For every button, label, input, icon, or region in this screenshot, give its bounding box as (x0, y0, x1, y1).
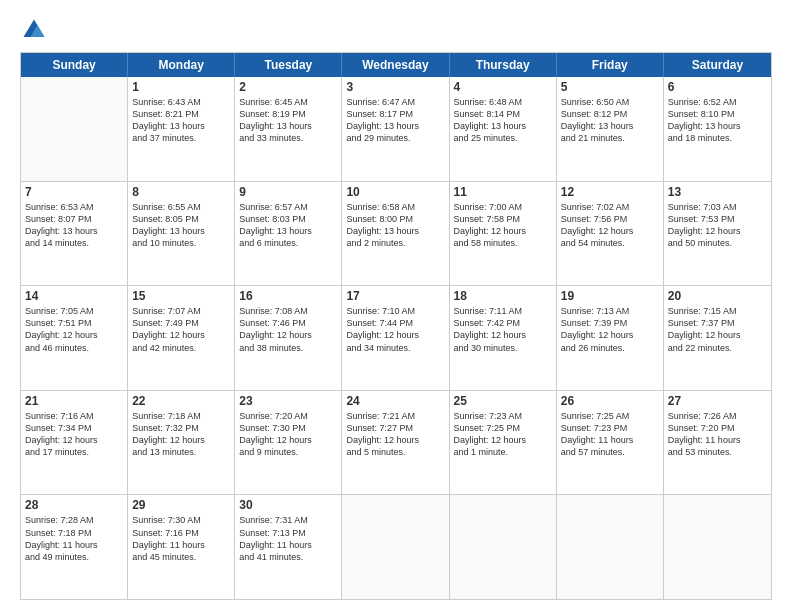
day-number: 21 (25, 394, 123, 408)
day-info: Sunrise: 7:15 AM Sunset: 7:37 PM Dayligh… (668, 305, 767, 354)
day-cell-23: 23Sunrise: 7:20 AM Sunset: 7:30 PM Dayli… (235, 391, 342, 495)
day-number: 17 (346, 289, 444, 303)
day-info: Sunrise: 7:05 AM Sunset: 7:51 PM Dayligh… (25, 305, 123, 354)
week-row-3: 21Sunrise: 7:16 AM Sunset: 7:34 PM Dayli… (21, 391, 771, 496)
day-cell-11: 11Sunrise: 7:00 AM Sunset: 7:58 PM Dayli… (450, 182, 557, 286)
day-number: 4 (454, 80, 552, 94)
calendar-header: SundayMondayTuesdayWednesdayThursdayFrid… (21, 53, 771, 77)
logo (20, 16, 52, 44)
week-row-2: 14Sunrise: 7:05 AM Sunset: 7:51 PM Dayli… (21, 286, 771, 391)
day-number: 27 (668, 394, 767, 408)
day-info: Sunrise: 7:26 AM Sunset: 7:20 PM Dayligh… (668, 410, 767, 459)
day-cell-24: 24Sunrise: 7:21 AM Sunset: 7:27 PM Dayli… (342, 391, 449, 495)
week-row-0: 1Sunrise: 6:43 AM Sunset: 8:21 PM Daylig… (21, 77, 771, 182)
day-number: 30 (239, 498, 337, 512)
empty-cell-0-0 (21, 77, 128, 181)
day-number: 8 (132, 185, 230, 199)
empty-cell-4-5 (557, 495, 664, 599)
day-info: Sunrise: 7:11 AM Sunset: 7:42 PM Dayligh… (454, 305, 552, 354)
day-info: Sunrise: 6:53 AM Sunset: 8:07 PM Dayligh… (25, 201, 123, 250)
day-info: Sunrise: 7:28 AM Sunset: 7:18 PM Dayligh… (25, 514, 123, 563)
logo-icon (20, 16, 48, 44)
day-info: Sunrise: 6:58 AM Sunset: 8:00 PM Dayligh… (346, 201, 444, 250)
day-info: Sunrise: 7:03 AM Sunset: 7:53 PM Dayligh… (668, 201, 767, 250)
day-info: Sunrise: 6:48 AM Sunset: 8:14 PM Dayligh… (454, 96, 552, 145)
day-number: 23 (239, 394, 337, 408)
day-cell-19: 19Sunrise: 7:13 AM Sunset: 7:39 PM Dayli… (557, 286, 664, 390)
header-day-monday: Monday (128, 53, 235, 77)
day-info: Sunrise: 6:57 AM Sunset: 8:03 PM Dayligh… (239, 201, 337, 250)
day-info: Sunrise: 6:50 AM Sunset: 8:12 PM Dayligh… (561, 96, 659, 145)
empty-cell-4-6 (664, 495, 771, 599)
header-day-tuesday: Tuesday (235, 53, 342, 77)
day-number: 14 (25, 289, 123, 303)
day-number: 5 (561, 80, 659, 94)
day-info: Sunrise: 7:08 AM Sunset: 7:46 PM Dayligh… (239, 305, 337, 354)
day-cell-21: 21Sunrise: 7:16 AM Sunset: 7:34 PM Dayli… (21, 391, 128, 495)
day-info: Sunrise: 7:20 AM Sunset: 7:30 PM Dayligh… (239, 410, 337, 459)
day-number: 3 (346, 80, 444, 94)
day-info: Sunrise: 7:10 AM Sunset: 7:44 PM Dayligh… (346, 305, 444, 354)
day-info: Sunrise: 6:55 AM Sunset: 8:05 PM Dayligh… (132, 201, 230, 250)
day-cell-20: 20Sunrise: 7:15 AM Sunset: 7:37 PM Dayli… (664, 286, 771, 390)
day-cell-9: 9Sunrise: 6:57 AM Sunset: 8:03 PM Daylig… (235, 182, 342, 286)
day-info: Sunrise: 6:47 AM Sunset: 8:17 PM Dayligh… (346, 96, 444, 145)
day-info: Sunrise: 7:21 AM Sunset: 7:27 PM Dayligh… (346, 410, 444, 459)
page: SundayMondayTuesdayWednesdayThursdayFrid… (0, 0, 792, 612)
day-cell-25: 25Sunrise: 7:23 AM Sunset: 7:25 PM Dayli… (450, 391, 557, 495)
day-cell-22: 22Sunrise: 7:18 AM Sunset: 7:32 PM Dayli… (128, 391, 235, 495)
day-number: 29 (132, 498, 230, 512)
day-info: Sunrise: 7:30 AM Sunset: 7:16 PM Dayligh… (132, 514, 230, 563)
day-info: Sunrise: 7:07 AM Sunset: 7:49 PM Dayligh… (132, 305, 230, 354)
day-cell-18: 18Sunrise: 7:11 AM Sunset: 7:42 PM Dayli… (450, 286, 557, 390)
header (20, 16, 772, 44)
day-info: Sunrise: 7:23 AM Sunset: 7:25 PM Dayligh… (454, 410, 552, 459)
day-info: Sunrise: 7:16 AM Sunset: 7:34 PM Dayligh… (25, 410, 123, 459)
day-cell-5: 5Sunrise: 6:50 AM Sunset: 8:12 PM Daylig… (557, 77, 664, 181)
day-cell-28: 28Sunrise: 7:28 AM Sunset: 7:18 PM Dayli… (21, 495, 128, 599)
day-cell-8: 8Sunrise: 6:55 AM Sunset: 8:05 PM Daylig… (128, 182, 235, 286)
empty-cell-4-3 (342, 495, 449, 599)
day-cell-2: 2Sunrise: 6:45 AM Sunset: 8:19 PM Daylig… (235, 77, 342, 181)
day-number: 25 (454, 394, 552, 408)
header-day-friday: Friday (557, 53, 664, 77)
day-number: 2 (239, 80, 337, 94)
day-number: 26 (561, 394, 659, 408)
header-day-sunday: Sunday (21, 53, 128, 77)
week-row-4: 28Sunrise: 7:28 AM Sunset: 7:18 PM Dayli… (21, 495, 771, 599)
day-number: 10 (346, 185, 444, 199)
day-number: 13 (668, 185, 767, 199)
day-cell-7: 7Sunrise: 6:53 AM Sunset: 8:07 PM Daylig… (21, 182, 128, 286)
day-cell-1: 1Sunrise: 6:43 AM Sunset: 8:21 PM Daylig… (128, 77, 235, 181)
header-day-thursday: Thursday (450, 53, 557, 77)
header-day-wednesday: Wednesday (342, 53, 449, 77)
day-cell-26: 26Sunrise: 7:25 AM Sunset: 7:23 PM Dayli… (557, 391, 664, 495)
day-number: 19 (561, 289, 659, 303)
day-info: Sunrise: 6:52 AM Sunset: 8:10 PM Dayligh… (668, 96, 767, 145)
day-cell-4: 4Sunrise: 6:48 AM Sunset: 8:14 PM Daylig… (450, 77, 557, 181)
day-cell-12: 12Sunrise: 7:02 AM Sunset: 7:56 PM Dayli… (557, 182, 664, 286)
day-cell-15: 15Sunrise: 7:07 AM Sunset: 7:49 PM Dayli… (128, 286, 235, 390)
empty-cell-4-4 (450, 495, 557, 599)
day-info: Sunrise: 7:18 AM Sunset: 7:32 PM Dayligh… (132, 410, 230, 459)
day-number: 22 (132, 394, 230, 408)
day-info: Sunrise: 7:31 AM Sunset: 7:13 PM Dayligh… (239, 514, 337, 563)
day-cell-16: 16Sunrise: 7:08 AM Sunset: 7:46 PM Dayli… (235, 286, 342, 390)
day-number: 24 (346, 394, 444, 408)
week-row-1: 7Sunrise: 6:53 AM Sunset: 8:07 PM Daylig… (21, 182, 771, 287)
day-number: 20 (668, 289, 767, 303)
day-number: 18 (454, 289, 552, 303)
calendar-body: 1Sunrise: 6:43 AM Sunset: 8:21 PM Daylig… (21, 77, 771, 599)
day-cell-6: 6Sunrise: 6:52 AM Sunset: 8:10 PM Daylig… (664, 77, 771, 181)
day-info: Sunrise: 7:00 AM Sunset: 7:58 PM Dayligh… (454, 201, 552, 250)
header-day-saturday: Saturday (664, 53, 771, 77)
day-number: 15 (132, 289, 230, 303)
day-info: Sunrise: 7:13 AM Sunset: 7:39 PM Dayligh… (561, 305, 659, 354)
day-cell-13: 13Sunrise: 7:03 AM Sunset: 7:53 PM Dayli… (664, 182, 771, 286)
day-number: 7 (25, 185, 123, 199)
day-cell-29: 29Sunrise: 7:30 AM Sunset: 7:16 PM Dayli… (128, 495, 235, 599)
day-cell-3: 3Sunrise: 6:47 AM Sunset: 8:17 PM Daylig… (342, 77, 449, 181)
day-number: 6 (668, 80, 767, 94)
day-cell-27: 27Sunrise: 7:26 AM Sunset: 7:20 PM Dayli… (664, 391, 771, 495)
day-info: Sunrise: 6:45 AM Sunset: 8:19 PM Dayligh… (239, 96, 337, 145)
